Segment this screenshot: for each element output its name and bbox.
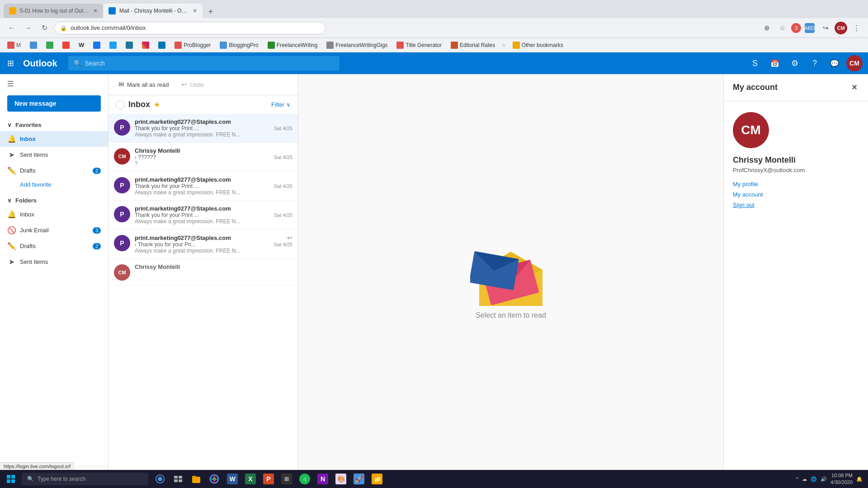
filter-button[interactable]: Filter ∨ bbox=[271, 101, 291, 108]
taskbar-powerpoint[interactable]: P bbox=[260, 471, 277, 487]
taskbar-search[interactable]: 🔍 Type here to search bbox=[22, 473, 148, 485]
new-message-button[interactable]: New message bbox=[7, 95, 101, 112]
extensions-btn[interactable]: 3 bbox=[791, 23, 801, 33]
profile-btn[interactable]: CM bbox=[835, 22, 847, 34]
taskbar-chrome[interactable] bbox=[206, 471, 222, 487]
back-button[interactable]: ← bbox=[5, 22, 18, 34]
hidden-items-icon[interactable]: ^ bbox=[796, 476, 798, 482]
sign-out-link[interactable]: Sign out bbox=[733, 202, 755, 208]
email-item-2[interactable]: CM Chrissy Montelli › ?????? Sat 4/25 ? bbox=[108, 143, 298, 172]
email3-preview: Always make a great impression. FREE N..… bbox=[135, 189, 292, 196]
li-icon bbox=[158, 42, 165, 49]
favorites-chevron-icon: ∨ bbox=[7, 122, 12, 128]
settings-btn[interactable]: ⋮ bbox=[850, 22, 863, 34]
junk-icon: 🚫 bbox=[7, 226, 15, 235]
taskbar-word[interactable]: W bbox=[224, 471, 241, 487]
new-tab-button[interactable]: + bbox=[204, 5, 217, 18]
bookmark-other[interactable]: Other bookmarks bbox=[509, 41, 567, 50]
inbox-star-icon: ★ bbox=[154, 100, 160, 109]
bookmark-fwgigs[interactable]: FreelanceWritingGigs bbox=[323, 41, 391, 50]
folder-icon bbox=[513, 42, 520, 49]
calendar-button[interactable]: 📅 bbox=[767, 55, 783, 71]
refresh-button[interactable]: ↻ bbox=[38, 22, 51, 34]
sidebar-item-sent-folders[interactable]: ➤ Sent Items bbox=[0, 254, 108, 270]
taskbar-onenote[interactable]: N bbox=[315, 471, 331, 487]
taskbar-task-view[interactable] bbox=[170, 471, 186, 487]
email4-subject: Thank you for your Print ... bbox=[135, 212, 270, 218]
forward-button[interactable]: → bbox=[22, 22, 34, 34]
bookmark-twitter[interactable] bbox=[106, 41, 120, 50]
favorites-header[interactable]: ∨ Favorites bbox=[0, 119, 108, 131]
bookmark-bloggingpro[interactable]: BloggingPro bbox=[216, 41, 262, 50]
email-item-6[interactable]: CM Chrissy Montelli bbox=[108, 259, 298, 286]
close-account-panel-button[interactable]: ✕ bbox=[849, 81, 859, 94]
bookmark-btn[interactable]: ☆ bbox=[776, 22, 788, 34]
email5-avatar: P bbox=[114, 235, 130, 251]
sidebar-item-drafts-favorites[interactable]: ✏️ Drafts 2 bbox=[0, 163, 108, 178]
sidebar-item-inbox-favorites[interactable]: 🔔 Inbox bbox=[0, 131, 108, 147]
header-actions: S 📅 ⚙ ? 💬 CM bbox=[747, 55, 863, 71]
email-item-3[interactable]: P print.marketing0277@Staples.com Thank … bbox=[108, 172, 298, 201]
add-to-reading-list-btn[interactable]: ⊕ bbox=[760, 22, 773, 34]
taskbar-rocketdock[interactable]: 🚀 bbox=[351, 471, 367, 487]
address-bar[interactable]: 🔒 outlook.live.com/mail/0/inbox bbox=[54, 22, 326, 34]
taskbar-calculator[interactable]: ⊞ bbox=[278, 471, 295, 487]
bookmark-facebook[interactable] bbox=[90, 41, 104, 50]
email-item-4[interactable]: P print.marketing0277@Staples.com Thank … bbox=[108, 201, 298, 230]
undo-button[interactable]: ↩ Undo bbox=[177, 78, 208, 91]
settings-button[interactable]: ⚙ bbox=[787, 55, 803, 71]
mark-all-read-button[interactable]: ✉ Mark all as read bbox=[114, 78, 173, 91]
tab2-close[interactable]: ✕ bbox=[193, 8, 197, 14]
bookmark-instagram[interactable] bbox=[138, 41, 153, 50]
sidebar-toggle-button[interactable]: ☰ bbox=[0, 74, 108, 94]
bookmark-editorialrates[interactable]: Editorial Rates bbox=[447, 41, 499, 50]
taskbar-paint[interactable]: 🎨 bbox=[333, 471, 349, 487]
start-button[interactable] bbox=[0, 470, 22, 488]
fwg-icon bbox=[326, 42, 334, 49]
share-btn[interactable]: ↪ bbox=[819, 22, 832, 34]
taskbar-cortana[interactable] bbox=[152, 471, 168, 487]
drive-icon bbox=[30, 42, 37, 49]
notifications-icon[interactable]: 🔔 bbox=[856, 476, 863, 482]
bookmark-gmail[interactable]: M bbox=[4, 41, 24, 50]
bookmark-maps[interactable] bbox=[59, 41, 73, 50]
my-profile-link[interactable]: My profile bbox=[733, 181, 758, 188]
er-icon bbox=[451, 42, 458, 49]
select-all-checkbox[interactable]: ○ bbox=[116, 100, 125, 109]
chrome-ext-btn[interactable]: ABD bbox=[805, 23, 815, 33]
taskbar-folder2[interactable]: 📁 bbox=[369, 471, 385, 487]
bookmark-freelancewriting[interactable]: FreelanceWriting bbox=[264, 41, 321, 50]
sidebar-item-sent-favorites[interactable]: ➤ Sent Items bbox=[0, 147, 108, 163]
folders-header[interactable]: ∨ Folders bbox=[0, 194, 108, 206]
email6-sender: Chrissy Montelli bbox=[135, 263, 292, 270]
taskbar-spotify[interactable]: ♫ bbox=[297, 471, 313, 487]
sidebar-item-inbox-folders[interactable]: 🔔 Inbox bbox=[0, 206, 108, 222]
feedback-button[interactable]: 💬 bbox=[826, 55, 843, 71]
taskbar-excel[interactable]: X bbox=[242, 471, 259, 487]
account-avatar-button[interactable]: CM bbox=[846, 55, 863, 71]
volume-icon[interactable]: 🔊 bbox=[821, 476, 827, 482]
taskbar-file-explorer[interactable] bbox=[188, 471, 204, 487]
bookmark-problogger[interactable]: ProBlogger bbox=[171, 41, 214, 50]
bookmark-titlegenerator[interactable]: Title Generator bbox=[393, 41, 445, 50]
tab1-close[interactable]: ✕ bbox=[93, 8, 98, 14]
search-bar[interactable]: 🔍 Search bbox=[68, 56, 340, 70]
bookmark-wordpress[interactable] bbox=[122, 41, 137, 50]
my-account-link[interactable]: My account bbox=[733, 191, 763, 198]
email-item-1[interactable]: P print.marketing0277@Staples.com Thank … bbox=[108, 114, 298, 143]
waffle-menu-button[interactable]: ⊞ bbox=[5, 56, 16, 70]
browser-tab-1[interactable]: 5-01 How to log out of Outlook ✕ bbox=[4, 4, 103, 18]
skype-button[interactable]: S bbox=[747, 55, 763, 71]
email-item-5[interactable]: P print.marketing0277@Staples.com ↩ › Th… bbox=[108, 230, 298, 259]
bookmark-translate[interactable] bbox=[42, 41, 57, 50]
bookmark-linkedin[interactable] bbox=[155, 41, 169, 50]
sidebar-item-drafts-folders[interactable]: ✏️ Drafts 2 bbox=[0, 238, 108, 254]
browser-tab-2[interactable]: Mail - Chrissy Montelli - Outlook ✕ bbox=[103, 4, 203, 18]
bookmark-drive[interactable] bbox=[26, 41, 41, 50]
add-favorite-button[interactable]: Add favorite bbox=[0, 178, 108, 191]
bookmark-wikipedia[interactable]: W bbox=[75, 41, 88, 49]
drafts-badge: 2 bbox=[93, 168, 101, 174]
help-button[interactable]: ? bbox=[807, 55, 823, 71]
sidebar-item-junk[interactable]: 🚫 Junk Email 3 bbox=[0, 222, 108, 238]
cortana-icon bbox=[156, 474, 165, 483]
